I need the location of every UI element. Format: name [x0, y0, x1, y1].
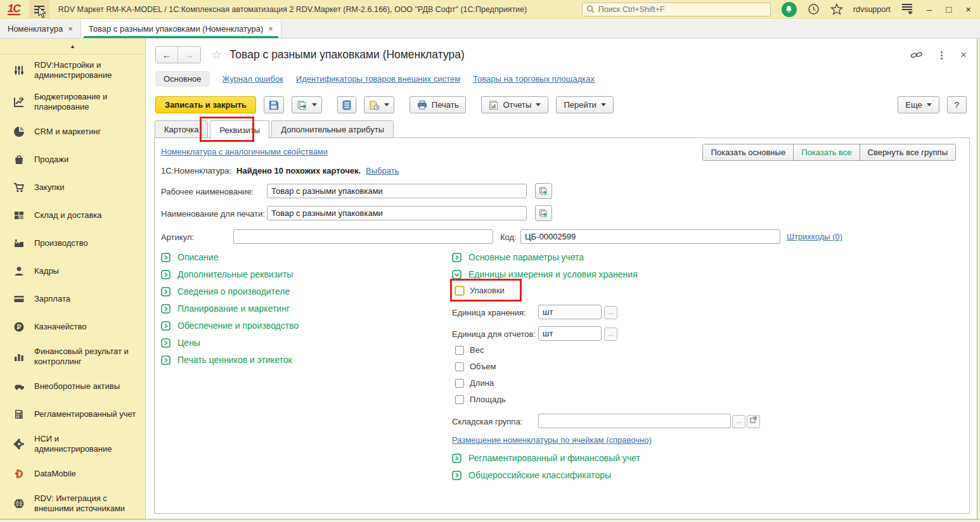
report-unit-select-button[interactable]: ... — [604, 328, 617, 341]
mouse-cursor — [38, 6, 47, 19]
packaging-checkbox[interactable] — [455, 286, 464, 295]
collapse-groups-button[interactable]: Свернуть все группы — [860, 144, 955, 160]
forward-button[interactable]: → — [178, 47, 200, 63]
more-actions-kebab-icon[interactable] — [939, 50, 944, 61]
tab-nomenklatura[interactable]: Номенклатура × — [0, 20, 81, 38]
storage-unit-input[interactable] — [538, 305, 602, 319]
report-unit-input[interactable] — [538, 326, 602, 341]
sidebar-item-payroll[interactable]: Зарплата — [0, 285, 145, 313]
warehouse-group-input[interactable] — [538, 414, 731, 428]
working-name-input[interactable] — [267, 184, 527, 198]
main-menu-button[interactable] — [29, 0, 49, 19]
sidebar-item-rdv-settings[interactable]: RDV:Настройки и администрирование — [0, 54, 145, 86]
history-icon[interactable] — [808, 3, 820, 15]
minimize-button[interactable]: – — [927, 0, 932, 19]
show-all-button[interactable]: Показать все — [794, 144, 860, 160]
nav-error-log[interactable]: Журнал ошибок — [222, 74, 283, 84]
close-form-icon[interactable]: × — [960, 49, 967, 61]
show-main-button[interactable]: Показать основные — [703, 144, 794, 160]
favorites-star-icon[interactable] — [830, 3, 843, 15]
sidebar-item-crm[interactable]: CRM и маркетинг — [0, 118, 145, 146]
sidebar-item-regulated-accounting[interactable]: Регламентированный учет — [0, 400, 145, 428]
print-name-input[interactable] — [267, 206, 527, 220]
section-obespechenie-proizvodstvo[interactable]: Обеспечение и производство — [161, 321, 299, 331]
section-planirovanie-marketing[interactable]: Планирование и маркетинг — [161, 303, 290, 314]
section-dop-rekvizity[interactable]: Дополнительные реквизиты — [161, 269, 293, 279]
open-window-icon — [750, 416, 757, 423]
tab-rekvizity[interactable]: Реквизиты — [210, 120, 269, 139]
warehouse-group-open-button[interactable] — [747, 415, 760, 428]
favorite-star-icon[interactable]: ☆ — [211, 48, 222, 62]
sidebar-item-production[interactable]: Производство — [0, 229, 145, 257]
section-osnovnye-parametry[interactable]: Основные параметры учета — [452, 252, 584, 262]
sidebar-item-fixed-assets[interactable]: Внеоборотные активы — [0, 372, 145, 400]
print-button[interactable]: Печать — [409, 96, 467, 113]
section-pechat-tsennikov[interactable]: Печать ценников и этикеток — [161, 355, 292, 365]
notifications-bell-icon[interactable] — [782, 2, 797, 17]
storage-unit-select-button[interactable]: ... — [604, 306, 617, 319]
section-tseny[interactable]: Цены — [161, 338, 200, 348]
area-checkbox[interactable] — [455, 395, 464, 404]
section-opisanie[interactable]: Описание — [161, 252, 218, 262]
nav-marketplaces[interactable]: Товары на торговых площадках — [473, 74, 595, 84]
section-svedeniya-proizvoditel[interactable]: Сведения о производителе — [161, 286, 290, 296]
copy-name-button[interactable] — [535, 183, 552, 199]
sidebar-item-datamobile[interactable]: DataMobile — [0, 460, 145, 488]
sidebar-item-hr[interactable]: Кадры — [0, 257, 145, 285]
close-tab-icon[interactable]: × — [68, 24, 73, 34]
sidebar-item-nsi-administration[interactable]: НСИ и администрирование — [0, 428, 145, 460]
tab-kartochka[interactable]: Карточка — [155, 120, 208, 138]
search-input[interactable] — [598, 5, 757, 14]
sidebar-item-rdv-integration[interactable]: RDV: Интеграция с внешними источниками — [0, 488, 145, 519]
sidebar-collapse-button[interactable]: ▲ — [0, 39, 145, 54]
history-nav-group: ← → — [155, 46, 201, 63]
volume-checkbox[interactable] — [455, 362, 464, 371]
similar-select-link[interactable]: Выбрать — [366, 166, 399, 175]
print-name-label: Наименование для печати: — [161, 209, 265, 219]
reports-button[interactable]: Отчеты — [481, 96, 548, 113]
goto-button[interactable]: Перейти — [556, 96, 614, 113]
save-button[interactable] — [264, 96, 284, 113]
functions-menu-icon[interactable] — [901, 4, 913, 15]
placement-by-cells-link[interactable]: Размещение номенклатуры по ячейкам (спра… — [452, 435, 652, 445]
more-button[interactable]: Еще — [898, 96, 939, 113]
sidebar-item-sales[interactable]: Продажи — [0, 146, 145, 174]
sidebar-item-budgeting[interactable]: ₽ Бюджетирование и планирование — [0, 86, 145, 118]
length-checkbox[interactable] — [455, 379, 464, 388]
printer-icon — [417, 100, 427, 110]
save-and-close-button[interactable]: Записать и закрыть — [155, 96, 256, 113]
barcodes-link[interactable]: Штрихкоды (0) — [787, 232, 842, 241]
section-obscherossiyskie-klassifikatory[interactable]: Общероссийские классификаторы — [452, 470, 611, 480]
get-link-icon[interactable] — [910, 50, 923, 60]
similar-nomenclature-link[interactable]: Номенклатура с аналогичными свойствами — [161, 147, 328, 156]
sidebar-item-warehouse[interactable]: Склад и доставка — [0, 201, 145, 229]
help-button[interactable]: ? — [947, 96, 967, 113]
sidebar-item-purchasing[interactable]: Закупки — [0, 174, 145, 201]
tab-tovar-s-raznymi-upakovkami[interactable]: Товар с разными упаковками (Номенклатура… — [81, 20, 281, 38]
close-tab-icon[interactable]: × — [268, 24, 273, 34]
close-window-button[interactable]: × — [965, 0, 971, 19]
section-reglamentirovanny-uchet[interactable]: Регламентированный и финансовый учет — [452, 453, 640, 463]
global-search[interactable] — [582, 3, 771, 16]
create-based-on-button[interactable] — [292, 96, 322, 113]
sidebar-item-treasury[interactable]: P Казначейство — [0, 313, 145, 341]
copy-print-name-button[interactable] — [535, 205, 552, 221]
registers-list-button[interactable] — [337, 96, 356, 113]
change-history-button[interactable] — [364, 96, 394, 113]
tab-dop-atributy[interactable]: Дополнительные атрибуты — [271, 120, 394, 138]
nav-external-ids[interactable]: Идентификаторы товаров внешних систем — [296, 74, 460, 84]
current-user[interactable]: rdvsupport — [853, 5, 891, 14]
page-title: Товар с разными упаковками (Номенклатура… — [229, 48, 465, 61]
section-edinitsy-izmereniya[interactable]: Единицы измерения и условия хранения — [452, 269, 638, 279]
article-input[interactable] — [233, 229, 493, 244]
code-input[interactable] — [520, 229, 780, 244]
sliders-icon — [13, 64, 25, 77]
weight-checkbox[interactable] — [455, 346, 464, 355]
warehouse-group-select-button[interactable]: ... — [732, 415, 745, 428]
nav-main[interactable]: Основное — [155, 71, 210, 87]
chevron-right-icon — [161, 355, 171, 365]
sidebar-item-financial-result[interactable]: Финансовый результат и контроллинг — [0, 341, 145, 372]
chevron-right-icon — [161, 338, 171, 348]
maximize-button[interactable]: □ — [946, 0, 951, 19]
back-button[interactable]: ← — [156, 47, 178, 63]
